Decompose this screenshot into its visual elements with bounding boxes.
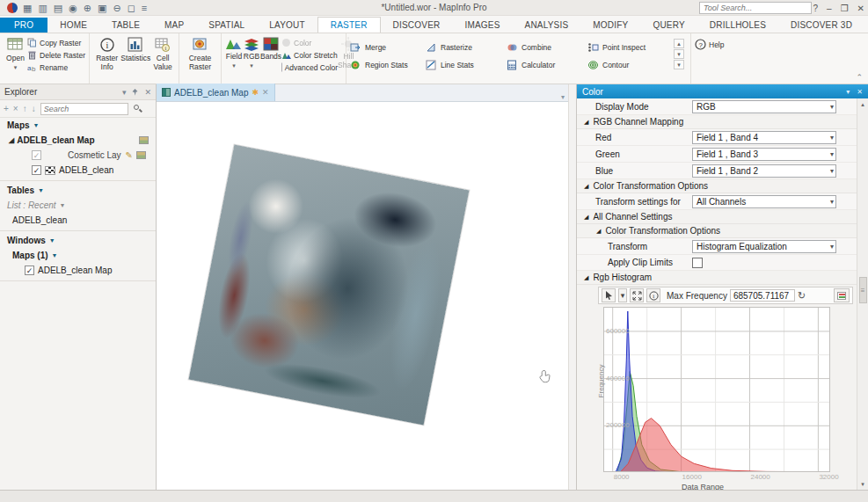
advanced-color-button[interactable]: Advanced Color [281,62,338,73]
qat-more-icon[interactable]: ≡ [142,3,147,13]
refresh-icon[interactable]: ↻ [798,290,806,302]
color-panel-scrollbar[interactable]: ▴ ≡ ▾ [857,98,868,490]
help-ribbon-button[interactable]: ? Help [695,39,724,50]
ops-expand-button[interactable]: ▾ [674,60,684,69]
red-band-select[interactable]: Field 1 , Band 4 ▾ [692,131,836,144]
green-band-select[interactable]: Field 1 , Band 3 ▾ [692,148,836,161]
tab-map[interactable]: MAP [152,18,196,33]
list-recent-dropdown[interactable]: List : Recent ▼ [0,198,156,213]
point-inspect-button[interactable]: Point Inspect [587,42,672,53]
scroll-up-icon[interactable]: ▴ [861,98,864,110]
histogram-cursor-button[interactable] [602,288,616,302]
move-down-icon[interactable]: ↓ [32,104,36,113]
histogram-plot[interactable] [603,307,830,472]
calculator-button[interactable]: Calculator [507,60,587,70]
histogram-info-button[interactable]: i [646,288,660,302]
minimize-button[interactable]: – [827,4,832,13]
tab-layout[interactable]: LAYOUT [257,18,317,33]
close-button[interactable]: ✕ [857,4,864,13]
rasterize-button[interactable]: Rasterize [426,42,507,53]
tab-pro[interactable]: PRO [0,18,47,33]
tab-spatial[interactable]: SPATIAL [196,18,257,33]
histogram-legend-button[interactable] [834,288,850,302]
color-stretch-button[interactable]: Color Stretch [281,49,338,61]
section-tables[interactable]: Tables ▼ [0,183,156,198]
tab-table[interactable]: TABLE [99,18,152,33]
select-icon[interactable]: ◻ [128,3,135,13]
layer-style-icon[interactable] [136,151,146,159]
open-table-icon[interactable]: ▦ [23,3,32,13]
max-frequency-value[interactable]: 685705.71167 [730,289,795,302]
map-canvas[interactable] [157,102,568,490]
pan-icon[interactable]: ◉ [69,3,77,13]
section-maps[interactable]: Maps ▼ [0,118,156,133]
edit-pencil-icon[interactable]: ✎ [126,150,133,160]
add-icon[interactable]: + [4,104,9,113]
windows-maps-group[interactable]: Maps (1) ▼ [0,248,156,263]
zoom-out-icon[interactable]: ⊖ [113,3,120,13]
ops-scroll-up-button[interactable]: ▴ [674,39,684,48]
color-panel-menu-icon[interactable]: ▾ [846,88,850,96]
color-transformation-options-header[interactable]: ◢ Color Transformation Options [577,179,857,193]
tab-analysis[interactable]: ANALYSIS [513,18,581,33]
tab-home[interactable]: HOME [47,18,99,33]
explorer-close-icon[interactable]: ✕ [144,88,151,97]
display-mode-select[interactable]: RGB ▾ [692,100,836,113]
tab-query[interactable]: QUERY [640,18,697,33]
transform-settings-for-select[interactable]: All Channels ▾ [692,195,836,208]
open-button[interactable]: Open ▾ [4,35,27,71]
tool-search-input[interactable] [699,2,812,14]
tab-drillholes[interactable]: DRILLHOLES [697,18,778,33]
rgb-channel-mapping-header[interactable]: ◢ RGB Channel Mapping [577,115,857,129]
search-icon[interactable] [133,104,142,113]
scrollbar-thumb[interactable]: ≡ [859,277,867,303]
tab-raster[interactable]: RASTER [317,17,381,33]
ops-scroll-down-button[interactable]: ▾ [674,49,684,59]
delete-raster-button[interactable]: Delete Raster [27,49,85,61]
tab-overflow-icon[interactable]: ▾ [558,93,568,101]
map-tab[interactable]: ADELB_clean Map ✱ ✕ [157,84,275,101]
copy-icon[interactable]: ▥ [38,3,47,13]
line-stats-button[interactable]: Line Stats [426,60,507,70]
help-button[interactable]: ? [813,4,819,13]
blue-band-select[interactable]: Field 1 , Band 2 ▾ [692,164,836,178]
cosmetic-checkbox[interactable]: ✓ [32,150,41,160]
move-up-icon[interactable]: ↑ [23,104,27,113]
rename-button[interactable]: ab Rename [27,62,85,73]
contour-button[interactable]: Contour [587,60,672,70]
bands-button[interactable]: Bands [260,35,281,62]
scroll-down-icon[interactable]: ▾ [861,478,864,490]
cell-value-button[interactable]: i Cell Value [150,35,175,71]
combine-button[interactable]: Combine [507,42,587,53]
map-scrollbar[interactable] [568,84,576,490]
paste-icon[interactable]: ▤ [54,3,62,13]
pin-icon[interactable] [131,88,139,97]
raster-checkbox[interactable]: ✓ [32,165,41,175]
tab-discover[interactable]: DISCOVER [381,18,453,33]
ribbon-collapse-button[interactable]: ⌃ [856,73,863,82]
map-tab-close-icon[interactable]: ✕ [262,88,269,97]
map-tab-settings-icon[interactable]: ✱ [252,88,259,97]
explorer-menu-icon[interactable]: ▾ [122,88,127,97]
layers-icon[interactable]: ▣ [98,3,106,13]
restore-button[interactable]: ❐ [841,4,849,13]
all-channel-settings-header[interactable]: ◢ All Channel Settings [577,210,857,224]
region-stats-button[interactable]: Region Stats [350,60,426,70]
copy-raster-button[interactable]: Copy Raster [27,37,85,48]
tab-images[interactable]: IMAGES [452,18,512,33]
zoom-in-icon[interactable]: ⊕ [84,3,91,13]
section-windows[interactable]: Windows ▼ [0,233,156,248]
rgb-histogram-header[interactable]: ◢ Rgb Histogram [577,271,857,285]
table-item[interactable]: ADELB_clean [0,213,156,228]
tree-item-map[interactable]: ◢ ADELB_clean Map [0,133,156,148]
map-options-icon[interactable] [139,136,149,144]
expander-icon[interactable]: ◢ [9,136,14,144]
merge-button[interactable]: Merge [350,42,426,53]
explorer-search-input[interactable] [40,103,128,115]
color-panel-close-icon[interactable]: ✕ [857,88,863,96]
rgb-button[interactable]: RGB ▾ [243,35,260,69]
nested-color-transformation-header[interactable]: ◢ Color Transformation Options [577,224,857,238]
tree-item-cosmetic-layer[interactable]: ✓ Cosmetic Lay ✎ [0,148,156,163]
histogram-cursor-dropdown[interactable]: ▾ [618,288,627,302]
window-map-item[interactable]: ✓ ADELB_clean Map [0,263,156,278]
